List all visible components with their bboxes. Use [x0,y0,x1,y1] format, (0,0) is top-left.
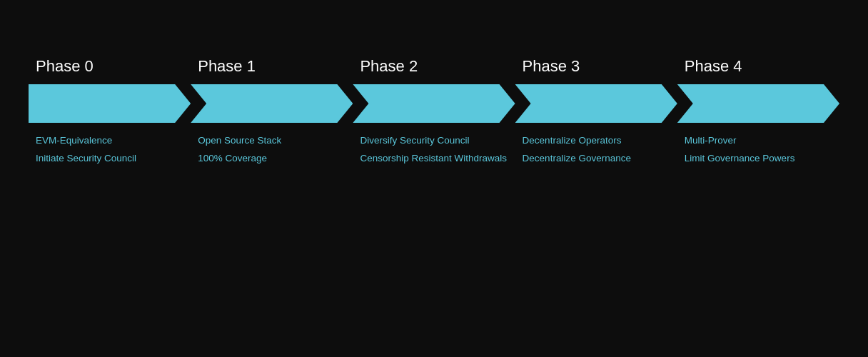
feature-item-3-1: Decentralize Governance [523,152,673,166]
arrow-segment-4 [677,84,839,123]
roadmap-container: Phase 0Phase 1Phase 2Phase 3Phase 4 EVM-… [0,57,868,170]
arrow-body-3 [515,84,677,123]
feature-labels-row: EVM-EquivalenceInitiate Security Council… [29,134,839,170]
arrow-body-1 [191,84,353,123]
feature-item-2-0: Diversify Security Council [360,134,510,148]
feature-col-2: Diversify Security CouncilCensorship Res… [353,134,515,170]
arrow-segment-1 [191,84,353,123]
phase-label-4: Phase 4 [677,57,839,76]
feature-item-0-1: Initiate Security Council [36,152,186,166]
phase-labels-row: Phase 0Phase 1Phase 2Phase 3Phase 4 [29,57,839,76]
feature-col-1: Open Source Stack100% Coverage [191,134,353,170]
feature-item-0-0: EVM-Equivalence [36,134,186,148]
feature-item-4-1: Limit Governance Powers [685,152,835,166]
arrow-body-4 [677,84,839,123]
feature-item-1-0: Open Source Stack [198,134,348,148]
phase-label-1: Phase 1 [191,57,353,76]
arrow-body-0 [29,84,191,123]
phase-label-0: Phase 0 [29,57,191,76]
arrows-row [29,84,839,123]
arrow-segment-2 [353,84,515,123]
arrow-body-2 [353,84,515,123]
feature-item-4-0: Multi-Prover [685,134,835,148]
feature-col-3: Decentralize OperatorsDecentralize Gover… [515,134,677,170]
arrow-segment-3 [515,84,677,123]
feature-item-2-1: Censorship Resistant Withdrawals [360,152,510,166]
feature-col-0: EVM-EquivalenceInitiate Security Council [29,134,191,170]
feature-item-1-1: 100% Coverage [198,152,348,166]
feature-item-3-0: Decentralize Operators [523,134,673,148]
feature-col-4: Multi-ProverLimit Governance Powers [677,134,839,170]
phase-label-3: Phase 3 [515,57,677,76]
phase-label-2: Phase 2 [353,57,515,76]
arrow-segment-0 [29,84,191,123]
